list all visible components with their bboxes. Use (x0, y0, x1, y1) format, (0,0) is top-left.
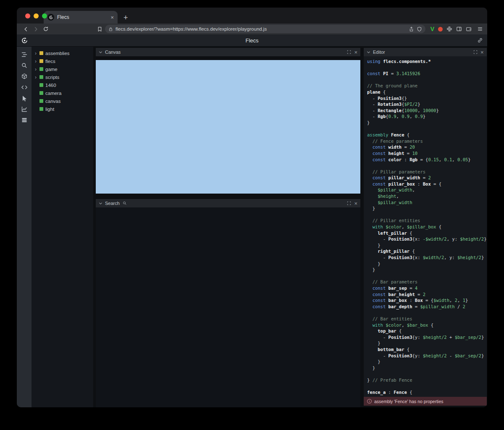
code-line: // Pillar parameters (367, 169, 487, 175)
code-line: } (367, 267, 487, 273)
browser-tab[interactable]: Flecs × (44, 11, 118, 24)
url-input[interactable]: flecs.dev/explorer/?wasm=https://www.fle… (116, 26, 406, 31)
tree-item-canvas[interactable]: canvas (32, 97, 93, 105)
url-bar[interactable]: flecs.dev/explorer/?wasm=https://www.fle… (105, 25, 425, 33)
search-panel-header: Search × (96, 199, 360, 207)
canvas-panel: Canvas × (96, 48, 360, 194)
code-line (367, 371, 487, 377)
code-line: top_bar { (367, 328, 487, 334)
code-line: - Position3{} (367, 95, 487, 102)
entities-icon[interactable] (20, 72, 29, 81)
expand-arrow-icon[interactable]: › (34, 66, 37, 72)
collapse-chevron-icon[interactable] (367, 50, 370, 54)
search-icon[interactable] (20, 61, 29, 70)
side-panel-icon[interactable] (456, 26, 462, 32)
minimize-window-button[interactable] (34, 13, 39, 18)
code-line: // Bar entities (367, 316, 487, 322)
code-line: - Rgb{0.9, 0.9, 0.9} (367, 113, 487, 120)
search-panel-title: Search (105, 201, 120, 206)
code-line: - Position3{x: $width/2, y: $height/2} (367, 254, 487, 261)
tree-item-camera[interactable]: camera (32, 89, 93, 97)
menu-icon[interactable] (477, 26, 483, 32)
code-line: const bar_depth = $pillar_width / 2 (367, 304, 487, 310)
shield-icon[interactable] (417, 26, 422, 32)
hierarchy-icon[interactable] (20, 50, 29, 59)
code-line: // Bar parameters (367, 279, 487, 285)
puzzle-extensions-icon[interactable] (446, 26, 452, 32)
code-icon[interactable] (20, 83, 29, 92)
code-line: with $color, $bar_box { (367, 322, 487, 328)
code-line: fence_a : Fence { (367, 389, 487, 396)
error-info-icon: i (367, 399, 372, 404)
extension-dot-icon[interactable] (438, 27, 443, 31)
tree-item-game[interactable]: ›game (32, 65, 93, 73)
close-panel-icon[interactable]: × (354, 50, 357, 55)
expand-panel-icon[interactable] (347, 201, 351, 205)
editor-panel-title: Editor (373, 50, 385, 55)
memory-icon[interactable] (20, 115, 29, 125)
close-panel-icon[interactable]: × (354, 201, 357, 206)
bookmark-icon[interactable] (95, 25, 104, 33)
tree-item-1460[interactable]: 1460 (32, 81, 93, 89)
collapse-chevron-icon[interactable] (99, 202, 102, 205)
share-link-icon[interactable] (477, 37, 483, 43)
code-line: } (367, 242, 487, 249)
collapse-chevron-icon[interactable] (99, 50, 102, 54)
lock-icon (108, 27, 113, 31)
tree-item-assemblies[interactable]: ›assemblies (32, 49, 93, 57)
expand-panel-icon[interactable] (473, 50, 478, 54)
wallet-icon[interactable] (466, 26, 472, 32)
code-line: const width = 20 (367, 144, 487, 150)
tree-item-label: 1460 (45, 83, 56, 88)
forward-button[interactable] (31, 25, 40, 33)
code-line (367, 309, 487, 316)
reload-button[interactable] (41, 25, 50, 33)
code-line: // The ground plane (367, 83, 487, 89)
close-window-button[interactable] (25, 13, 30, 18)
code-line: - Position3{y: $height/2 - $bar_sep/2} (367, 353, 487, 359)
expand-arrow-icon[interactable]: › (34, 58, 37, 64)
render-canvas[interactable] (96, 60, 360, 194)
editor-code[interactable]: using flecs.components.*const PI = 3.141… (364, 56, 487, 397)
tree-item-light[interactable]: light (32, 105, 93, 113)
expand-arrow-icon[interactable]: › (34, 74, 37, 80)
code-line: } (367, 365, 487, 371)
code-line (367, 65, 487, 71)
entity-color-swatch (39, 59, 43, 63)
expand-panel-icon[interactable] (347, 50, 351, 54)
code-line: const bar_box : Box = {$width, 2, 1} (367, 297, 487, 304)
code-line: const pillar_width = 2 (367, 175, 487, 181)
zoom-window-button[interactable] (42, 13, 47, 18)
code-line: const bar_height = 2 (367, 291, 487, 298)
close-tab-icon[interactable]: × (110, 15, 114, 20)
tree-item-label: light (45, 107, 54, 112)
editor-error-bar: i assembly 'Fence' has no properties (364, 397, 487, 406)
entity-color-swatch (39, 83, 43, 87)
code-line: plane { (367, 89, 487, 95)
code-line: $pillar_width, (367, 187, 487, 193)
close-panel-icon[interactable]: × (480, 50, 484, 55)
share-icon[interactable] (409, 26, 414, 32)
code-line: } (367, 120, 487, 126)
app-header: Flecs (17, 34, 487, 47)
expand-arrow-icon[interactable]: › (34, 50, 37, 56)
extensions-area: V (430, 26, 483, 32)
center-column: Canvas × Search (96, 47, 360, 407)
tree-item-scripts[interactable]: ›scripts (32, 73, 93, 81)
code-line: const color : Rgb = {0.15, 0.1, 0.05} (367, 157, 487, 163)
search-glyph-icon (123, 201, 127, 205)
tab-strip: Flecs × + (17, 8, 487, 24)
app-body: ›assemblies›flecs›game›scripts1460camera… (17, 47, 487, 407)
inspect-icon[interactable] (20, 94, 29, 103)
back-button[interactable] (21, 25, 30, 33)
stats-icon[interactable] (20, 105, 29, 114)
code-line: const height = 10 (367, 150, 487, 157)
extension-v-icon[interactable]: V (430, 26, 434, 32)
tree-item-flecs[interactable]: ›flecs (32, 57, 93, 65)
new-tab-button[interactable]: + (123, 14, 128, 21)
window-controls (25, 13, 47, 18)
code-line: // Fence parameters (367, 138, 487, 144)
code-line: bottom_bar { (367, 346, 487, 353)
code-line: - Position3{x: -$width/2, y: $height/2} (367, 236, 487, 242)
code-line: } (367, 205, 487, 212)
